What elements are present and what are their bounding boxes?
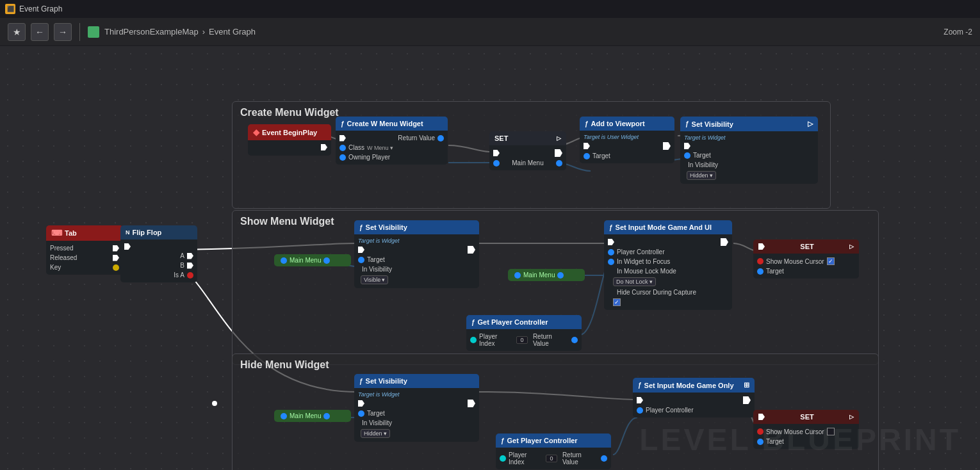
node-header-set-vis3: ƒ Set Visibility [354,374,479,388]
set-vis2-label: Set Visibility [366,223,407,231]
node-header-set-vis1: ƒ Set Visibility ▷ [680,117,818,131]
visibility-dropdown-3[interactable]: Hidden ▾ [361,429,390,438]
mouse-lock-dropdown[interactable]: Do Not Lock ▾ [613,277,656,286]
event-begin-play-exec-out [248,143,331,153]
add-viewport-label: Add to Viewport [591,120,645,127]
visibility-dropdown-2[interactable]: Visible ▾ [361,275,388,284]
set-vis3-target-label: Target [367,410,385,417]
node-create-w-menu-widget[interactable]: ƒ Create W Menu Widget Return Value Clas… [336,117,448,165]
node-set-1[interactable]: SET ▷ Main Menu [489,131,566,170]
node-set-input-mode-game-ui[interactable]: ƒ Set Input Mode Game And UI Player Cont… [604,220,732,310]
main-menu-3-label: Main Menu [290,412,321,419]
flip-flop-a-label: A [180,252,184,259]
set-vis1-in-vis-label: In Visibility [684,161,718,168]
set1-value-in [493,160,500,166]
zoom-level: Zoom -2 [943,28,972,36]
show-mouse-cursor-row-3: Show Mouse Cursor [753,426,859,437]
dropdown-arrow-3: ▾ [384,430,387,437]
set2-out-arrow: ▷ [849,243,854,250]
set-input-mode-only-label: Set Input Mode Game Only [644,382,734,389]
main-menu-3-pin [281,413,287,419]
node-set-input-mode-game-only[interactable]: ƒ Set Input Mode Game Only ⊞ Player Cont… [633,378,755,417]
pressed-label: Pressed [50,245,74,252]
class-row: Class W Menu ▾ [336,143,448,152]
node-set-visibility-1[interactable]: ƒ Set Visibility ▷ Target is Widget Targ… [680,117,818,184]
toolbar-separator [79,23,80,41]
tab-label: Tab [65,229,77,237]
main-menu-3-body: Main Menu [274,410,351,422]
main-menu-1-out-pin [323,257,330,264]
set-input-mode-ui-label: Set Input Mode Game And UI [616,223,712,231]
get-player-ctrl-1-label: Get Player Controller [478,318,548,326]
visibility-dropdown-1[interactable]: Hidden ▾ [687,171,716,180]
flip-flop-exec-in [124,243,131,250]
set3-target-label: Target [766,438,784,445]
player-ctrl-pin [608,249,614,255]
class-value: W Menu ▾ [367,145,393,151]
player-index-label-2: Player Index [509,451,543,466]
blueprint-canvas[interactable]: Create Menu Widget Show Menu Widget Hide… [0,46,980,470]
title-bar-text: Event Graph [19,4,62,13]
set-vis3-dropdown-row: Hidden ▾ [354,428,479,439]
set-vis2-invis-label: In Visibility [358,266,392,273]
exec-in-pin [339,135,346,142]
node-add-to-viewport[interactable]: ƒ Add to Viewport Target is User Widget … [580,117,674,163]
node-main-menu-1[interactable]: Main Menu [274,254,351,266]
star-button[interactable]: ★ [8,23,26,41]
breadcrumb-map: ThirdPersonExampleMap [104,27,199,36]
forward-button[interactable]: → [54,23,72,41]
node-get-player-ctrl-2[interactable]: ƒ Get Player Controller Player Index 0 R… [496,434,611,469]
show-mouse-cursor-check[interactable]: ✓ [827,257,835,265]
set1-exec-in [493,150,500,156]
node-get-player-ctrl-1[interactable]: ƒ Get Player Controller Player Index 0 R… [466,315,582,351]
player-index-input-1[interactable]: 0 [516,336,528,344]
node-set-2[interactable]: SET ▷ Show Mouse Cursor ✓ Target [753,239,859,279]
set-input-mode-ui-exec-row [604,237,732,247]
node-header-add-viewport: ƒ Add to Viewport [580,117,674,131]
set-vis1-label: Set Visibility [692,120,733,128]
set2-target-pin [757,268,764,275]
player-index-pin-1 [470,337,477,343]
node-event-begin-play[interactable]: ◆ Event BeginPlay [248,124,331,156]
section-hide-menu-title: Hide Menu Widget [233,354,878,373]
add-viewport-exec-row [580,141,674,151]
tab-released-row: Released [46,253,123,263]
add-viewport-target-pin [584,153,590,159]
node-flip-flop[interactable]: N Flip Flop A B Is A [120,225,197,282]
add-viewport-target-label: Target [592,152,610,159]
hide-cursor-check-row: ✓ [604,297,732,307]
set-vis2-target-pin [358,257,364,263]
set-vis2-exec-out [468,246,475,254]
node-set-visibility-3[interactable]: ƒ Set Visibility Target is Widget Target… [354,374,479,442]
flip-flop-exec-row [120,242,197,251]
flip-flop-b-out [187,263,193,269]
node-tab[interactable]: ⌨ Tab Pressed Released Key [46,225,123,275]
node-set-3[interactable]: SET ▷ Show Mouse Cursor Target [753,410,859,449]
node-main-menu-2[interactable]: Main Menu [508,269,585,281]
node-header-set3: SET ▷ [753,410,859,424]
node-set-visibility-2[interactable]: ƒ Set Visibility Target is Widget Target… [354,220,479,288]
set1-value-row: Main Menu [489,158,566,168]
set1-exec-out [555,149,562,157]
show-mouse-cursor-check-3[interactable] [827,428,835,435]
hide-cursor-checkbox[interactable]: ✓ [613,298,621,306]
set-vis2-exec-in [358,247,364,253]
node-header-get-player-ctrl-1: ƒ Get Player Controller [466,315,582,329]
set-vis1-target-pin [684,152,690,159]
set-vis1-exec-in [684,143,690,149]
toolbar: ★ ← → ThirdPersonExampleMap › Event Grap… [0,18,980,46]
set-vis1-target-row: Target [680,150,818,160]
set-vis1-out-icon: ▷ [808,120,813,128]
show-mouse-cursor-label-3: Show Mouse Cursor [766,428,824,435]
set-vis1-invisibility-row: In Visibility [680,160,818,170]
flip-flop-isa-label: Is A [174,271,184,279]
section-show-menu-title: Show Menu Widget [233,211,878,230]
return-value-label: Return Value [398,134,435,142]
node-main-menu-3[interactable]: Main Menu [274,410,351,422]
set-vis1-exec-row [680,142,818,150]
set-input-mode-only-exec-row [633,395,755,405]
back-button[interactable]: ← [31,23,49,41]
set-vis2-dropdown-row: Visible ▾ [354,274,479,286]
owning-player-pin [339,154,346,161]
player-index-input-2[interactable]: 0 [546,455,557,462]
